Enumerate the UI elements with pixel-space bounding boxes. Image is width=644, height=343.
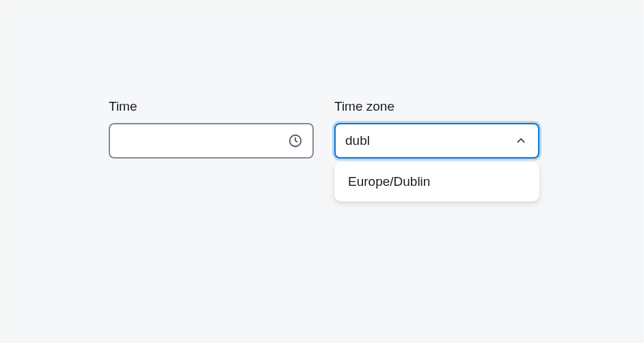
time-input-wrap[interactable] (109, 123, 314, 159)
canvas: Time Time zone (1, 1, 643, 342)
time-field: Time (109, 99, 314, 159)
timezone-dropdown: Europe/Dublin (334, 162, 539, 202)
timezone-field: Time zone Europe/Dublin (334, 99, 539, 159)
timezone-input[interactable] (345, 124, 513, 157)
timezone-label: Time zone (334, 99, 539, 115)
chevron-up-icon[interactable] (513, 133, 528, 148)
clock-icon (288, 133, 303, 148)
timezone-option[interactable]: Europe/Dublin (334, 166, 539, 197)
form-row: Time Time zone (109, 99, 539, 159)
time-input[interactable] (120, 124, 288, 157)
timezone-input-wrap[interactable] (334, 123, 539, 159)
time-label: Time (109, 99, 314, 115)
